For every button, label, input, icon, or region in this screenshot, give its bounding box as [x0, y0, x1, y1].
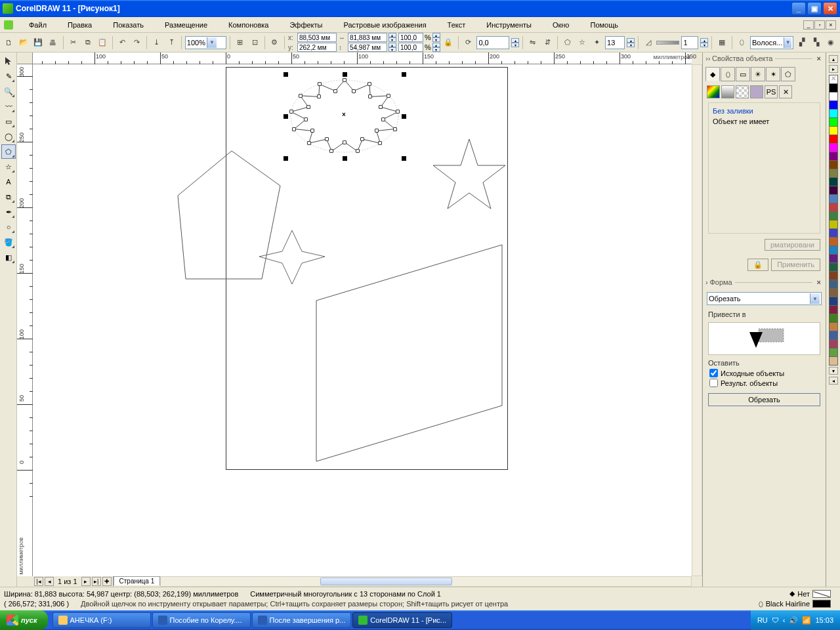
last-page-button[interactable]: ▸|: [92, 577, 101, 586]
polygon-tool[interactable]: ⬠: [1, 144, 16, 159]
task-1[interactable]: АНЕЧКА (F:): [52, 612, 151, 628]
color-swatch[interactable]: [829, 117, 838, 127]
tray-icon-3[interactable]: 🔊: [789, 616, 798, 625]
color-swatch[interactable]: [829, 228, 838, 238]
mirror-v-icon[interactable]: ⇵: [541, 35, 554, 50]
trim-button[interactable]: Обрезать: [708, 393, 820, 406]
color-swatch[interactable]: [829, 100, 838, 110]
lock-button[interactable]: 🔒: [747, 259, 768, 271]
tab-outline[interactable]: ⬯: [721, 67, 735, 81]
sharpness-input[interactable]: [681, 36, 698, 49]
apply-button[interactable]: Применить: [771, 259, 820, 271]
paste-icon[interactable]: 📋: [96, 35, 108, 50]
tab-general[interactable]: ⬠: [781, 67, 795, 81]
color-swatch[interactable]: [829, 322, 838, 331]
color-swatch[interactable]: [829, 262, 838, 272]
task-4[interactable]: CorelDRAW 11 - [Рис...: [352, 612, 452, 628]
shape-op-combo[interactable]: Обрезать▼: [707, 292, 822, 305]
clock[interactable]: 15:03: [815, 616, 833, 624]
sy-input[interactable]: [398, 43, 423, 52]
print-icon[interactable]: 🖶: [47, 35, 59, 50]
eyedropper-tool[interactable]: ✒: [1, 205, 16, 219]
import-icon[interactable]: ⤓: [150, 35, 163, 50]
palette-menu-button[interactable]: ▸: [829, 65, 838, 73]
canvas[interactable]: ×: [33, 64, 692, 576]
star-icon[interactable]: ☆: [576, 35, 588, 50]
menu-tools[interactable]: Инструменты: [476, 19, 542, 31]
color-swatch[interactable]: [829, 271, 838, 280]
next-page-button[interactable]: ▸: [81, 577, 91, 586]
color-swatch[interactable]: [829, 169, 838, 178]
h-input[interactable]: [348, 43, 387, 52]
color-swatch[interactable]: [829, 152, 838, 161]
mdi-minimize-button[interactable]: _: [803, 20, 814, 30]
star2-icon[interactable]: ✦: [591, 35, 603, 50]
color-swatch[interactable]: [829, 297, 838, 306]
color-swatch[interactable]: [829, 245, 838, 255]
minimize-button[interactable]: _: [791, 2, 806, 15]
prev-page-button[interactable]: ◂: [45, 577, 54, 586]
color-swatch[interactable]: [829, 356, 838, 366]
sides-input[interactable]: [605, 36, 625, 49]
color-swatch[interactable]: [829, 288, 838, 297]
fill-tool[interactable]: 🪣: [1, 235, 16, 249]
rotation-input[interactable]: [476, 36, 509, 49]
freehand-tool[interactable]: 〰: [1, 99, 16, 114]
zoom-tool[interactable]: 🔍: [1, 84, 16, 98]
color-swatch[interactable]: [829, 339, 838, 348]
color-swatch[interactable]: [829, 194, 838, 203]
color-swatch[interactable]: [829, 109, 838, 118]
redo-icon[interactable]: ↷: [131, 35, 143, 50]
palette-down-button[interactable]: ▾: [829, 367, 838, 375]
color-swatch[interactable]: [829, 203, 838, 212]
copy-icon[interactable]: ⧉: [81, 35, 94, 50]
swatch-none[interactable]: [829, 75, 838, 84]
zoom-combo[interactable]: 100%▼: [185, 36, 226, 49]
open-icon[interactable]: 📂: [17, 35, 30, 50]
towrap-icon[interactable]: ▦: [715, 35, 728, 50]
tab-shape[interactable]: ▭: [736, 67, 750, 81]
status-fill-swatch[interactable]: [812, 590, 831, 598]
mdi-close-button[interactable]: ×: [826, 20, 836, 30]
page-tab[interactable]: Страница 1: [114, 576, 161, 585]
tab-internet[interactable]: ✶: [766, 67, 780, 81]
ruler-horizontal[interactable]: миллиметров 10050050100150200250300350: [33, 52, 692, 64]
color-swatch[interactable]: [829, 92, 838, 101]
start-button[interactable]: пуск: [0, 610, 48, 630]
color-swatch[interactable]: [829, 126, 838, 135]
palette-expand-button[interactable]: ◂: [829, 377, 838, 385]
tray-icon-4[interactable]: 📶: [802, 616, 811, 625]
color-swatch[interactable]: [829, 135, 838, 144]
rectangle-tool[interactable]: ▭: [1, 114, 16, 129]
fill-none-btn[interactable]: ✕: [779, 85, 792, 98]
color-swatch[interactable]: [829, 280, 838, 289]
snap-icon[interactable]: ⊞: [234, 35, 246, 50]
options-icon[interactable]: ⚙: [268, 35, 281, 50]
menu-effects[interactable]: Эффекты: [279, 19, 333, 31]
ellipse-tool[interactable]: ◯: [1, 129, 16, 144]
color-swatch[interactable]: [829, 331, 838, 340]
sharpness-slider[interactable]: [656, 41, 679, 45]
menu-bitmaps[interactable]: Растровые изображения: [333, 19, 436, 31]
first-page-button[interactable]: |◂: [34, 577, 43, 586]
color-swatch[interactable]: [829, 220, 838, 229]
task-3[interactable]: После завершения р...: [252, 612, 352, 628]
color-swatch[interactable]: [829, 160, 838, 169]
close-button[interactable]: ✕: [823, 2, 837, 15]
format-button[interactable]: рматировани: [765, 239, 820, 251]
close-docker-button[interactable]: ×: [815, 54, 823, 62]
status-outline-swatch[interactable]: [812, 600, 831, 608]
sx-input[interactable]: [398, 33, 423, 42]
ruler-vertical[interactable]: миллиметров 050100150200250300: [17, 64, 33, 576]
pick-tool[interactable]: [1, 54, 16, 68]
x-input[interactable]: [297, 33, 337, 42]
tab-fill[interactable]: ◆: [705, 67, 720, 81]
color-swatch[interactable]: [829, 186, 838, 195]
cb-result-objects[interactable]: Результ. объекты: [703, 378, 826, 388]
palette-up-button[interactable]: ▴: [829, 55, 838, 63]
to-back-icon[interactable]: ▚: [810, 35, 822, 50]
fill-texture-btn[interactable]: [750, 85, 763, 98]
menu-window[interactable]: Окно: [542, 19, 580, 31]
menu-layout[interactable]: Размещение: [154, 19, 218, 31]
basicshapes-tool[interactable]: ☆: [1, 159, 16, 174]
